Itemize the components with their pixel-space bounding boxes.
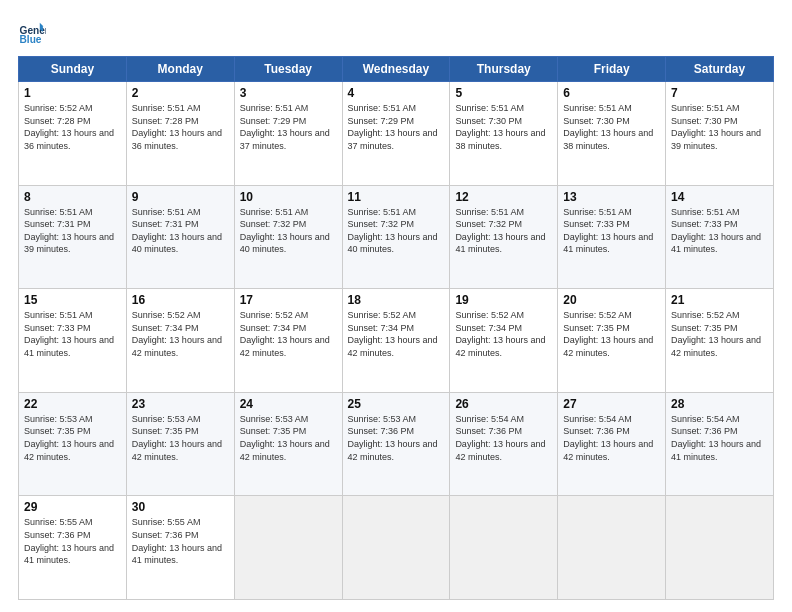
day-number: 30 bbox=[132, 500, 229, 514]
day-info: Sunrise: 5:53 AMSunset: 7:35 PMDaylight:… bbox=[24, 414, 114, 462]
header: General Blue bbox=[18, 18, 774, 46]
day-number: 10 bbox=[240, 190, 337, 204]
day-cell-10: 10Sunrise: 5:51 AMSunset: 7:32 PMDayligh… bbox=[234, 185, 342, 289]
svg-text:Blue: Blue bbox=[20, 34, 42, 45]
col-header-friday: Friday bbox=[558, 57, 666, 82]
empty-cell bbox=[558, 496, 666, 600]
day-number: 21 bbox=[671, 293, 768, 307]
day-info: Sunrise: 5:52 AMSunset: 7:35 PMDaylight:… bbox=[563, 310, 653, 358]
day-cell-26: 26Sunrise: 5:54 AMSunset: 7:36 PMDayligh… bbox=[450, 392, 558, 496]
day-number: 9 bbox=[132, 190, 229, 204]
day-number: 5 bbox=[455, 86, 552, 100]
day-info: Sunrise: 5:51 AMSunset: 7:33 PMDaylight:… bbox=[671, 207, 761, 255]
day-cell-20: 20Sunrise: 5:52 AMSunset: 7:35 PMDayligh… bbox=[558, 289, 666, 393]
day-info: Sunrise: 5:54 AMSunset: 7:36 PMDaylight:… bbox=[563, 414, 653, 462]
empty-cell bbox=[666, 496, 774, 600]
day-cell-5: 5Sunrise: 5:51 AMSunset: 7:30 PMDaylight… bbox=[450, 82, 558, 186]
col-header-monday: Monday bbox=[126, 57, 234, 82]
day-info: Sunrise: 5:52 AMSunset: 7:34 PMDaylight:… bbox=[132, 310, 222, 358]
day-info: Sunrise: 5:55 AMSunset: 7:36 PMDaylight:… bbox=[24, 517, 114, 565]
day-info: Sunrise: 5:51 AMSunset: 7:29 PMDaylight:… bbox=[240, 103, 330, 151]
day-cell-19: 19Sunrise: 5:52 AMSunset: 7:34 PMDayligh… bbox=[450, 289, 558, 393]
calendar-page: General Blue SundayMondayTuesdayWednesda… bbox=[0, 0, 792, 612]
day-number: 27 bbox=[563, 397, 660, 411]
empty-cell bbox=[342, 496, 450, 600]
col-header-sunday: Sunday bbox=[19, 57, 127, 82]
day-number: 14 bbox=[671, 190, 768, 204]
day-info: Sunrise: 5:51 AMSunset: 7:32 PMDaylight:… bbox=[240, 207, 330, 255]
day-info: Sunrise: 5:51 AMSunset: 7:31 PMDaylight:… bbox=[24, 207, 114, 255]
day-cell-8: 8Sunrise: 5:51 AMSunset: 7:31 PMDaylight… bbox=[19, 185, 127, 289]
day-number: 26 bbox=[455, 397, 552, 411]
day-cell-17: 17Sunrise: 5:52 AMSunset: 7:34 PMDayligh… bbox=[234, 289, 342, 393]
day-number: 17 bbox=[240, 293, 337, 307]
day-cell-6: 6Sunrise: 5:51 AMSunset: 7:30 PMDaylight… bbox=[558, 82, 666, 186]
day-number: 6 bbox=[563, 86, 660, 100]
day-number: 22 bbox=[24, 397, 121, 411]
day-number: 3 bbox=[240, 86, 337, 100]
day-info: Sunrise: 5:51 AMSunset: 7:29 PMDaylight:… bbox=[348, 103, 438, 151]
day-info: Sunrise: 5:52 AMSunset: 7:34 PMDaylight:… bbox=[240, 310, 330, 358]
day-cell-18: 18Sunrise: 5:52 AMSunset: 7:34 PMDayligh… bbox=[342, 289, 450, 393]
col-header-wednesday: Wednesday bbox=[342, 57, 450, 82]
day-number: 18 bbox=[348, 293, 445, 307]
day-cell-13: 13Sunrise: 5:51 AMSunset: 7:33 PMDayligh… bbox=[558, 185, 666, 289]
day-info: Sunrise: 5:55 AMSunset: 7:36 PMDaylight:… bbox=[132, 517, 222, 565]
day-info: Sunrise: 5:51 AMSunset: 7:28 PMDaylight:… bbox=[132, 103, 222, 151]
day-cell-9: 9Sunrise: 5:51 AMSunset: 7:31 PMDaylight… bbox=[126, 185, 234, 289]
day-info: Sunrise: 5:52 AMSunset: 7:35 PMDaylight:… bbox=[671, 310, 761, 358]
day-cell-22: 22Sunrise: 5:53 AMSunset: 7:35 PMDayligh… bbox=[19, 392, 127, 496]
day-number: 8 bbox=[24, 190, 121, 204]
day-info: Sunrise: 5:53 AMSunset: 7:35 PMDaylight:… bbox=[132, 414, 222, 462]
day-info: Sunrise: 5:51 AMSunset: 7:33 PMDaylight:… bbox=[24, 310, 114, 358]
day-cell-4: 4Sunrise: 5:51 AMSunset: 7:29 PMDaylight… bbox=[342, 82, 450, 186]
day-info: Sunrise: 5:51 AMSunset: 7:30 PMDaylight:… bbox=[455, 103, 545, 151]
day-info: Sunrise: 5:53 AMSunset: 7:36 PMDaylight:… bbox=[348, 414, 438, 462]
empty-cell bbox=[450, 496, 558, 600]
day-info: Sunrise: 5:52 AMSunset: 7:34 PMDaylight:… bbox=[455, 310, 545, 358]
day-cell-24: 24Sunrise: 5:53 AMSunset: 7:35 PMDayligh… bbox=[234, 392, 342, 496]
day-cell-1: 1Sunrise: 5:52 AMSunset: 7:28 PMDaylight… bbox=[19, 82, 127, 186]
day-number: 24 bbox=[240, 397, 337, 411]
day-number: 2 bbox=[132, 86, 229, 100]
day-cell-11: 11Sunrise: 5:51 AMSunset: 7:32 PMDayligh… bbox=[342, 185, 450, 289]
logo: General Blue bbox=[18, 18, 54, 46]
day-number: 19 bbox=[455, 293, 552, 307]
day-cell-12: 12Sunrise: 5:51 AMSunset: 7:32 PMDayligh… bbox=[450, 185, 558, 289]
day-cell-14: 14Sunrise: 5:51 AMSunset: 7:33 PMDayligh… bbox=[666, 185, 774, 289]
day-info: Sunrise: 5:51 AMSunset: 7:33 PMDaylight:… bbox=[563, 207, 653, 255]
day-number: 1 bbox=[24, 86, 121, 100]
day-cell-21: 21Sunrise: 5:52 AMSunset: 7:35 PMDayligh… bbox=[666, 289, 774, 393]
col-header-saturday: Saturday bbox=[666, 57, 774, 82]
day-cell-15: 15Sunrise: 5:51 AMSunset: 7:33 PMDayligh… bbox=[19, 289, 127, 393]
day-cell-2: 2Sunrise: 5:51 AMSunset: 7:28 PMDaylight… bbox=[126, 82, 234, 186]
empty-cell bbox=[234, 496, 342, 600]
day-info: Sunrise: 5:52 AMSunset: 7:28 PMDaylight:… bbox=[24, 103, 114, 151]
day-cell-25: 25Sunrise: 5:53 AMSunset: 7:36 PMDayligh… bbox=[342, 392, 450, 496]
day-cell-16: 16Sunrise: 5:52 AMSunset: 7:34 PMDayligh… bbox=[126, 289, 234, 393]
day-info: Sunrise: 5:53 AMSunset: 7:35 PMDaylight:… bbox=[240, 414, 330, 462]
day-cell-23: 23Sunrise: 5:53 AMSunset: 7:35 PMDayligh… bbox=[126, 392, 234, 496]
calendar-table: SundayMondayTuesdayWednesdayThursdayFrid… bbox=[18, 56, 774, 600]
day-number: 29 bbox=[24, 500, 121, 514]
day-number: 12 bbox=[455, 190, 552, 204]
day-info: Sunrise: 5:51 AMSunset: 7:32 PMDaylight:… bbox=[455, 207, 545, 255]
day-cell-30: 30Sunrise: 5:55 AMSunset: 7:36 PMDayligh… bbox=[126, 496, 234, 600]
day-info: Sunrise: 5:54 AMSunset: 7:36 PMDaylight:… bbox=[455, 414, 545, 462]
col-header-tuesday: Tuesday bbox=[234, 57, 342, 82]
day-info: Sunrise: 5:51 AMSunset: 7:30 PMDaylight:… bbox=[563, 103, 653, 151]
day-number: 13 bbox=[563, 190, 660, 204]
day-number: 20 bbox=[563, 293, 660, 307]
day-number: 16 bbox=[132, 293, 229, 307]
day-number: 4 bbox=[348, 86, 445, 100]
day-cell-3: 3Sunrise: 5:51 AMSunset: 7:29 PMDaylight… bbox=[234, 82, 342, 186]
day-info: Sunrise: 5:52 AMSunset: 7:34 PMDaylight:… bbox=[348, 310, 438, 358]
day-number: 15 bbox=[24, 293, 121, 307]
day-number: 28 bbox=[671, 397, 768, 411]
day-cell-27: 27Sunrise: 5:54 AMSunset: 7:36 PMDayligh… bbox=[558, 392, 666, 496]
day-cell-28: 28Sunrise: 5:54 AMSunset: 7:36 PMDayligh… bbox=[666, 392, 774, 496]
day-info: Sunrise: 5:51 AMSunset: 7:31 PMDaylight:… bbox=[132, 207, 222, 255]
day-cell-29: 29Sunrise: 5:55 AMSunset: 7:36 PMDayligh… bbox=[19, 496, 127, 600]
day-number: 7 bbox=[671, 86, 768, 100]
col-header-thursday: Thursday bbox=[450, 57, 558, 82]
